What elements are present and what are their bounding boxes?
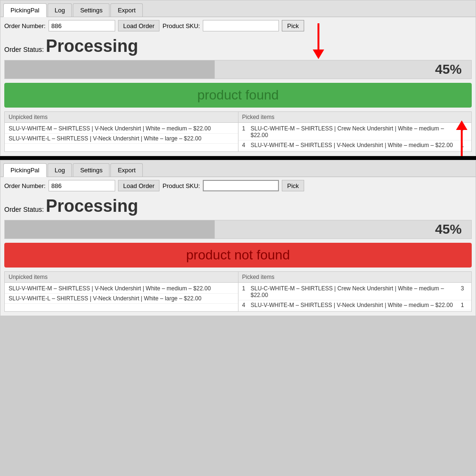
picked-qty-2-1: 1 xyxy=(242,285,249,292)
unpicked-item-desc-1-1: SLU-V-WHITE-M – SHIRTLESS | V-Neck Under… xyxy=(9,125,234,132)
unpicked-body-2: SLU-V-WHITE-M – SHIRTLESS | V-Neck Under… xyxy=(5,283,238,305)
pick-button-1[interactable]: Pick xyxy=(282,20,304,31)
order-number-input-2[interactable] xyxy=(49,180,115,191)
unpicked-items-col-1: Unpicked items SLU-V-WHITE-M – SHIRTLESS… xyxy=(4,111,238,152)
picked-desc-2-2: SLU-V-WHITE-M – SHIRTLESS | V-Neck Under… xyxy=(251,302,459,308)
order-status-label-2: Order Status: xyxy=(4,206,46,213)
toolbar-1: Order Number: Load Order Product SKU: Pi… xyxy=(0,17,476,34)
order-number-label-2: Order Number: xyxy=(4,182,46,189)
picked-items-col-1: Picked items 1 SLU-C-WHITE-M – SHIRTLESS… xyxy=(238,111,472,152)
unpicked-item-1-2: SLU-V-WHITE-L – SHIRTLESS | V-Neck Under… xyxy=(5,134,238,144)
unpicked-item-desc-2-2: SLU-V-WHITE-L – SHIRTLESS | V-Neck Under… xyxy=(9,295,234,302)
tab-pickingpal-2[interactable]: PickingPal xyxy=(3,163,47,177)
progress-bar-2: 45% xyxy=(4,220,472,239)
items-section-1: Unpicked items SLU-V-WHITE-M – SHIRTLESS… xyxy=(4,111,472,152)
items-section-2: Unpicked items SLU-V-WHITE-M – SHIRTLESS… xyxy=(4,271,472,312)
tab-bar-2: PickingPal Log Settings Export xyxy=(0,160,476,177)
divider xyxy=(0,156,476,160)
picked-header-2: Picked items xyxy=(238,272,472,283)
load-order-button-1[interactable]: Load Order xyxy=(118,20,160,31)
progress-bar-text-1: 45% xyxy=(435,62,462,77)
product-sku-label-1: Product SKU: xyxy=(162,22,200,30)
tab-export-1[interactable]: Export xyxy=(110,3,143,17)
order-status-2: Order Status: Processing xyxy=(0,194,476,220)
picked-header-1: Picked items xyxy=(238,112,472,123)
progress-bar-fill-2 xyxy=(5,220,215,238)
unpicked-item-2-2: SLU-V-WHITE-L – SHIRTLESS | V-Neck Under… xyxy=(5,294,238,304)
tab-settings-2[interactable]: Settings xyxy=(73,163,109,177)
picked-qty-1-2: 4 xyxy=(242,142,249,149)
picked-body-1: 1 SLU-C-WHITE-M – SHIRTLESS | Crew Neck … xyxy=(238,123,472,151)
load-order-button-2[interactable]: Load Order xyxy=(118,180,160,191)
picked-desc-2-1: SLU-C-WHITE-M – SHIRTLESS | Crew Neck Un… xyxy=(251,285,459,298)
order-status-1: Order Status: Processing xyxy=(0,34,476,60)
progress-bar-1: 45% xyxy=(4,60,472,79)
order-status-label-1: Order Status: xyxy=(4,46,46,53)
order-status-value-1: Processing xyxy=(46,36,138,56)
unpicked-items-col-2: Unpicked items SLU-V-WHITE-M – SHIRTLESS… xyxy=(4,271,238,312)
tab-bar-1: PickingPal Log Settings Export xyxy=(0,0,476,17)
tab-pickingpal-1[interactable]: PickingPal xyxy=(3,3,47,17)
unpicked-item-2-1: SLU-V-WHITE-M – SHIRTLESS | V-Neck Under… xyxy=(5,284,238,294)
product-sku-input-1[interactable] xyxy=(203,20,279,31)
progress-bar-fill-1 xyxy=(5,60,215,79)
arrow-up-indicator xyxy=(456,120,467,156)
unpicked-item-desc-2-1: SLU-V-WHITE-M – SHIRTLESS | V-Neck Under… xyxy=(9,285,234,292)
unpicked-header-1: Unpicked items xyxy=(5,112,238,123)
picked-desc-1-1: SLU-C-WHITE-M – SHIRTLESS | Crew Neck Un… xyxy=(251,125,459,139)
order-number-label-1: Order Number: xyxy=(4,22,46,30)
picked-right-2-1: 3 xyxy=(461,285,467,292)
picked-qty-2-2: 4 xyxy=(242,302,249,308)
picked-item-1-2: 4 SLU-V-WHITE-M – SHIRTLESS | V-Neck Und… xyxy=(238,140,472,150)
picked-right-2-2: 1 xyxy=(461,302,467,308)
product-sku-input-2[interactable] xyxy=(203,180,279,191)
picked-item-1-1: 1 SLU-C-WHITE-M – SHIRTLESS | Crew Neck … xyxy=(238,124,472,140)
unpicked-body-1: SLU-V-WHITE-M – SHIRTLESS | V-Neck Under… xyxy=(5,123,238,145)
tab-log-2[interactable]: Log xyxy=(48,163,72,177)
toolbar-2: Order Number: Load Order Product SKU: Pi… xyxy=(0,177,476,194)
product-not-found-banner-2: product not found xyxy=(4,243,472,268)
progress-bar-text-2: 45% xyxy=(435,222,462,237)
tab-export-2[interactable]: Export xyxy=(110,163,143,177)
tab-log-1[interactable]: Log xyxy=(48,3,72,17)
picked-items-col-2: Picked items 1 SLU-C-WHITE-M – SHIRTLESS… xyxy=(238,271,472,312)
arrow-down-indicator xyxy=(313,23,324,59)
panel-2: PickingPal Log Settings Export Order Num… xyxy=(0,160,476,316)
picked-desc-1-2: SLU-V-WHITE-M – SHIRTLESS | V-Neck Under… xyxy=(251,142,459,149)
product-found-banner-1: product found xyxy=(4,83,472,108)
order-status-value-2: Processing xyxy=(46,196,138,216)
tab-settings-1[interactable]: Settings xyxy=(73,3,109,17)
order-number-input-1[interactable] xyxy=(49,20,115,31)
unpicked-item-desc-1-2: SLU-V-WHITE-L – SHIRTLESS | V-Neck Under… xyxy=(9,135,234,142)
unpicked-item-1-1: SLU-V-WHITE-M – SHIRTLESS | V-Neck Under… xyxy=(5,124,238,134)
picked-body-2: 1 SLU-C-WHITE-M – SHIRTLESS | Crew Neck … xyxy=(238,283,472,311)
picked-qty-1-1: 1 xyxy=(242,125,249,132)
pick-button-2[interactable]: Pick xyxy=(282,180,304,191)
picked-item-2-1: 1 SLU-C-WHITE-M – SHIRTLESS | Crew Neck … xyxy=(238,284,472,300)
picked-item-2-2: 4 SLU-V-WHITE-M – SHIRTLESS | V-Neck Und… xyxy=(238,300,472,310)
product-sku-label-2: Product SKU: xyxy=(162,182,200,189)
panel-1: PickingPal Log Settings Export Order Num… xyxy=(0,0,476,156)
unpicked-header-2: Unpicked items xyxy=(5,272,238,283)
